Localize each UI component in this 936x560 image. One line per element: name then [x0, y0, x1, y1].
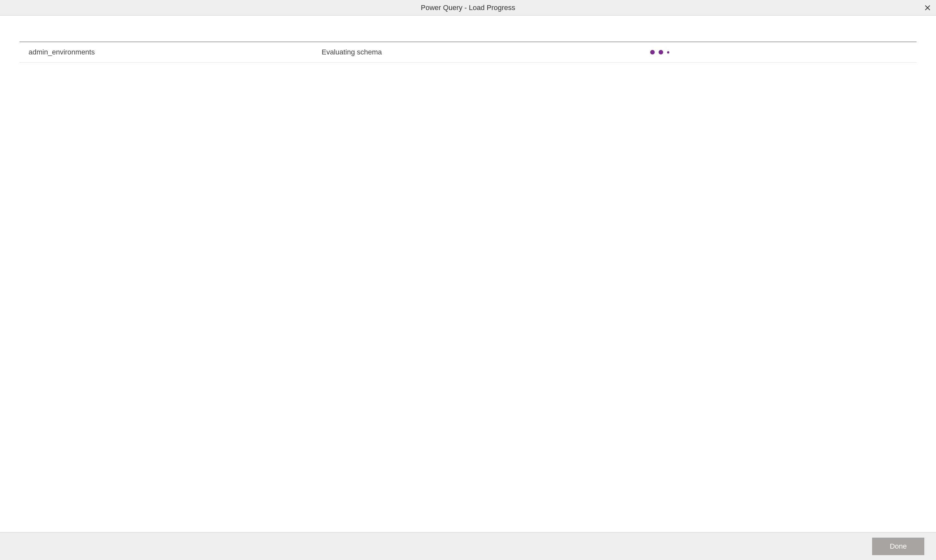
dialog-title: Power Query - Load Progress	[421, 3, 515, 12]
progress-table: admin_environments Evaluating schema	[20, 42, 916, 63]
done-button[interactable]: Done	[872, 538, 924, 555]
close-button[interactable]	[923, 3, 932, 12]
query-status: Evaluating schema	[322, 48, 650, 57]
loading-dot-icon	[667, 51, 669, 54]
loading-dot-icon	[650, 50, 655, 54]
close-icon	[924, 5, 931, 11]
progress-row: admin_environments Evaluating schema	[20, 42, 916, 63]
footer-bar: Done	[0, 532, 936, 560]
query-name: admin_environments	[29, 48, 322, 57]
loading-dot-icon	[658, 50, 663, 54]
title-bar: Power Query - Load Progress	[0, 0, 936, 15]
content-area: admin_environments Evaluating schema	[0, 15, 936, 532]
loading-indicator	[650, 50, 916, 54]
